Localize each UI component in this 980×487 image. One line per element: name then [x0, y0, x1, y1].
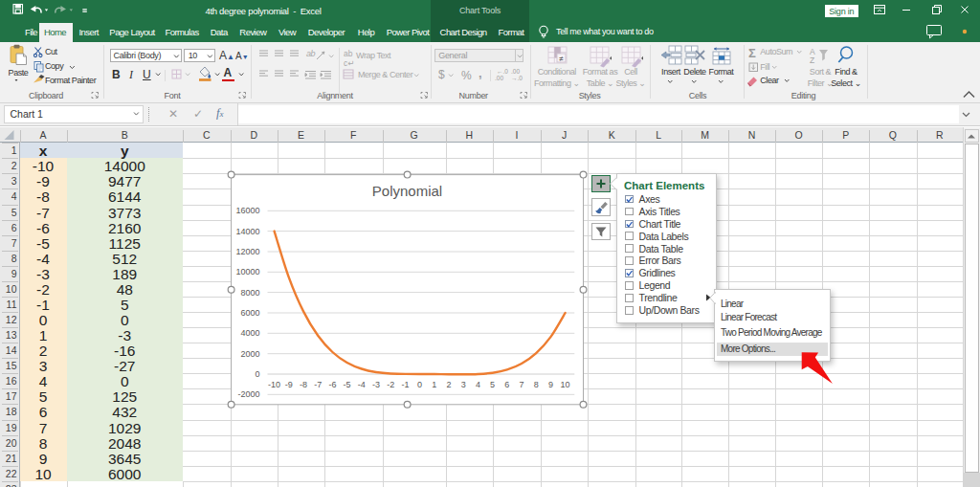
svg-text:8: 8: [534, 380, 539, 389]
svg-text:7: 7: [519, 380, 523, 389]
svg-text:Z: Z: [810, 55, 814, 65]
svg-text:-4: -4: [358, 380, 366, 389]
svg-text:5: 5: [490, 380, 495, 389]
svg-text:0: 0: [417, 380, 422, 389]
svg-text:-2: -2: [387, 380, 394, 389]
svg-text:≠: ≠: [559, 55, 564, 63]
svg-text:1: 1: [432, 380, 436, 389]
svg-text:4000: 4000: [240, 328, 259, 338]
svg-text:-1: -1: [401, 380, 409, 389]
svg-text:10: 10: [561, 380, 570, 389]
svg-text:-5: -5: [344, 380, 351, 389]
svg-text:2000: 2000: [240, 349, 259, 359]
svg-text:-9: -9: [285, 380, 293, 389]
svg-text:3: 3: [461, 380, 466, 389]
svg-text:2: 2: [446, 380, 451, 389]
svg-text:.00: .00: [495, 75, 503, 81]
svg-text:10000: 10000: [235, 267, 259, 277]
svg-text:6000: 6000: [240, 308, 259, 318]
svg-text:←.0: ←.0: [497, 68, 508, 75]
svg-text:9: 9: [548, 380, 553, 389]
svg-text:A: A: [810, 47, 815, 56]
svg-text:-3: -3: [372, 380, 380, 389]
svg-text:16000: 16000: [235, 206, 259, 215]
svg-text:-8: -8: [300, 380, 307, 389]
svg-text:-2000: -2000: [237, 389, 259, 399]
svg-text:Polynomial: Polynomial: [372, 183, 442, 199]
svg-text:-10: -10: [268, 380, 280, 389]
svg-text:-7: -7: [314, 380, 322, 389]
svg-text:12000: 12000: [235, 247, 259, 256]
svg-text:8000: 8000: [240, 288, 259, 298]
svg-text:4: 4: [476, 380, 480, 389]
svg-text:-6: -6: [328, 380, 336, 389]
svg-text:14000: 14000: [235, 227, 259, 236]
svg-text:0: 0: [255, 369, 259, 379]
svg-text:6: 6: [504, 380, 509, 389]
